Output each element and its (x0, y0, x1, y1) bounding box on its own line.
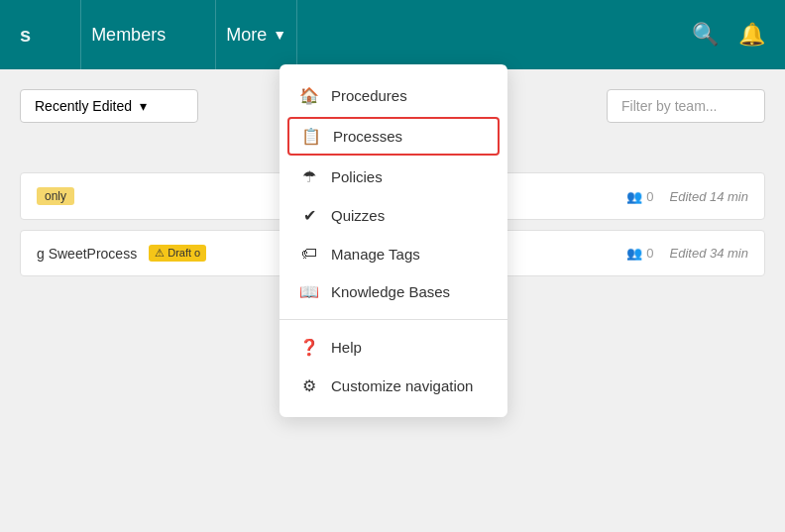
item-right-1: 👥 0 Edited 34 min (626, 246, 748, 261)
procedures-label: Procedures (331, 87, 407, 104)
member-count-1: 👥 0 (626, 246, 653, 261)
draft-badge: ⚠ Draft o (149, 245, 206, 262)
menu-item-policies[interactable]: ☂ Policies (280, 158, 507, 196)
item-title-1: g SweetProcess (37, 246, 137, 262)
tag-icon: 🏷 (299, 245, 319, 263)
menu-item-help[interactable]: ❓ Help (280, 328, 507, 367)
team-filter-placeholder: Filter by team... (621, 98, 717, 114)
help-label: Help (331, 339, 362, 356)
bell-icon[interactable]: 🔔 (738, 22, 765, 48)
edited-time-0: Edited 14 min (670, 189, 749, 204)
member-icon: 👥 (626, 189, 642, 204)
nav-more-button[interactable]: More ▼ (226, 25, 286, 46)
knowledge-bases-label: Knowledge Bases (331, 283, 450, 300)
nav-left-label: s (20, 24, 31, 47)
sort-chevron: ▾ (140, 98, 147, 114)
team-filter[interactable]: Filter by team... (607, 89, 765, 123)
customize-icon: ⚙ (299, 376, 319, 395)
quizzes-label: Quizzes (331, 207, 385, 224)
navbar-right: 🔍 🔔 (692, 22, 765, 48)
book-icon: 📖 (299, 282, 319, 301)
manage-tags-label: Manage Tags (331, 246, 420, 263)
menu-item-manage-tags[interactable]: 🏷 Manage Tags (280, 235, 507, 272)
menu-item-knowledge-bases[interactable]: 📖 Knowledge Bases (280, 272, 507, 311)
processes-label: Processes (333, 128, 402, 145)
nav-more-label: More (226, 25, 267, 46)
member-count-0: 👥 0 (626, 189, 653, 204)
home-icon: 🏠 (299, 86, 319, 105)
nav-divider-1 (80, 0, 81, 69)
search-icon[interactable]: 🔍 (692, 22, 719, 48)
menu-item-customize[interactable]: ⚙ Customize navigation (280, 367, 507, 405)
check-icon: ✔ (299, 206, 319, 225)
menu-item-quizzes[interactable]: ✔ Quizzes (280, 196, 507, 235)
processes-icon: 📋 (301, 127, 321, 146)
dropdown-menu: 🏠 Procedures 📋 Processes ☂ Policies ✔ Qu… (280, 64, 507, 417)
dropdown-divider (280, 319, 507, 320)
sort-value: Recently Edited (35, 98, 132, 114)
umbrella-icon: ☂ (299, 167, 319, 186)
member-number-1: 0 (646, 246, 653, 261)
menu-item-procedures[interactable]: 🏠 Procedures (280, 76, 507, 115)
menu-item-processes[interactable]: 📋 Processes (287, 117, 500, 156)
tag-only-badge: only (37, 187, 74, 205)
nav-divider-3 (296, 0, 297, 69)
nav-divider-2 (215, 0, 216, 69)
help-icon: ❓ (299, 338, 319, 357)
member-icon-1: 👥 (626, 246, 642, 261)
sort-select[interactable]: Recently Edited ▾ (20, 89, 198, 123)
item-right-0: 👥 0 Edited 14 min (626, 189, 748, 204)
policies-label: Policies (331, 168, 383, 185)
customize-label: Customize navigation (331, 377, 473, 394)
edited-time-1: Edited 34 min (670, 246, 749, 261)
member-number-0: 0 (646, 189, 653, 204)
chevron-down-icon: ▼ (273, 27, 286, 43)
nav-members[interactable]: Members (91, 25, 166, 46)
navbar: s Members More ▼ 🔍 🔔 (0, 0, 785, 69)
